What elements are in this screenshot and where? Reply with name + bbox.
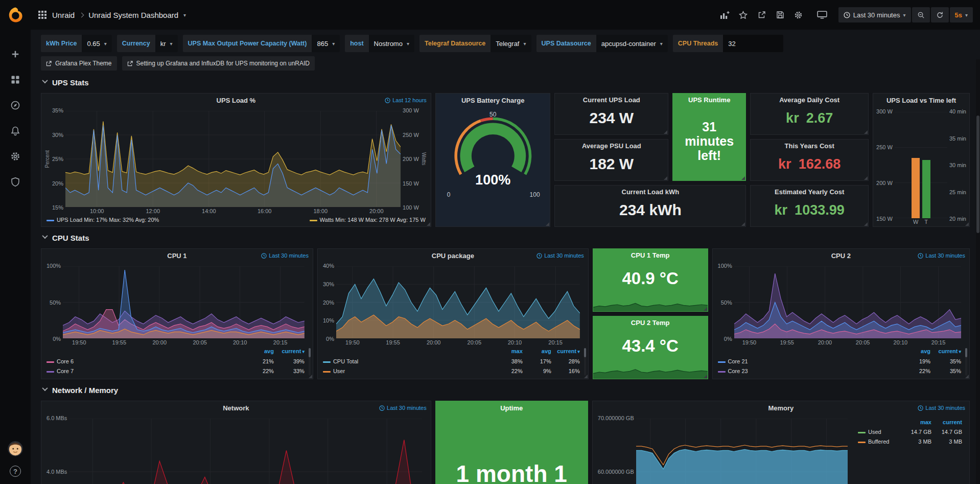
panel-current-ups-load: Current UPS Load 234 W — [554, 93, 668, 135]
variable-value-dropdown[interactable]: Telegraf — [491, 35, 531, 52]
legend-column-sorted[interactable]: current — [551, 347, 580, 357]
variable-value-dropdown[interactable]: apcupsd-container — [596, 35, 668, 52]
dashboard-switcher-caret-icon[interactable] — [183, 12, 186, 18]
legend-header: avg current — [718, 347, 961, 357]
help-button[interactable] — [10, 466, 21, 477]
refresh-interval-select[interactable]: 5s — [950, 7, 973, 22]
caret-down-icon — [170, 41, 173, 47]
time-range-picker[interactable]: Last 30 minutes — [838, 7, 911, 22]
legend-column[interactable]: max — [494, 347, 523, 357]
variable-value-input[interactable]: 32 — [723, 35, 783, 52]
legend-scrollbar[interactable] — [965, 348, 967, 376]
dashboard-title[interactable]: Unraid System Dashboard — [88, 11, 178, 19]
add-panel-button[interactable] — [718, 8, 732, 22]
section-cpu-stats[interactable]: CPU Stats — [41, 230, 970, 245]
panel-title[interactable]: UPS Load % — [217, 97, 256, 104]
breadcrumb-root[interactable]: Unraid — [52, 11, 75, 19]
variable-cpu-threads: CPU Threads 32 — [673, 35, 784, 52]
page-scrollbar[interactable] — [976, 59, 980, 484]
axis-tick: 35% — [52, 107, 63, 113]
bar-T[interactable] — [922, 160, 930, 218]
save-dashboard-button[interactable] — [773, 8, 787, 22]
panel-title[interactable]: Memory — [768, 404, 794, 412]
panel-time-override: Last 30 minutes — [918, 401, 965, 414]
y-axis-ticks-right: 300 W250 W200 W150 W100 W — [403, 107, 419, 211]
panel-title[interactable]: Network — [223, 404, 249, 412]
legend-series-name[interactable]: Buffered — [858, 437, 901, 447]
chart-plot[interactable] — [65, 111, 401, 207]
refresh-button[interactable] — [931, 7, 949, 22]
panel-title[interactable]: CPU 2 — [831, 252, 851, 260]
user-avatar[interactable] — [8, 441, 23, 456]
legend-series-name[interactable]: Core 23 — [718, 366, 900, 376]
sidebar-item-alerting[interactable] — [9, 125, 21, 137]
legend-series-name[interactable]: Core 6 — [46, 357, 243, 366]
chart-plot[interactable] — [336, 266, 580, 338]
share-dashboard-button[interactable] — [755, 8, 769, 22]
legend-column[interactable]: max — [901, 418, 931, 427]
link-grafana-plex-theme[interactable]: Grafana Plex Theme — [41, 56, 117, 71]
panel-title[interactable]: UPS Battery Charge — [461, 97, 525, 104]
axis-tick: 50% — [50, 299, 61, 306]
legend-series-name[interactable]: User — [323, 366, 494, 376]
legend-item[interactable]: Watts Min: 148 W Max: 278 W Avg: 175 W — [310, 217, 426, 223]
legend-value: 33% — [274, 366, 305, 376]
x-axis-ticks: 19:5019:5520:0020:0520:1020:15 — [336, 338, 580, 347]
sidebar-item-server-admin[interactable] — [9, 176, 21, 188]
chart-plot[interactable] — [69, 419, 422, 484]
sidebar-item-dashboards[interactable] — [9, 74, 21, 86]
grafana-logo[interactable] — [7, 0, 24, 30]
scrollbar-thumb[interactable] — [976, 116, 979, 233]
chevron-down-icon — [42, 78, 48, 83]
ups-stats-row: UPS Load % Last 12 hours Percent 35%30%2… — [41, 93, 970, 227]
legend-series-name[interactable]: Used — [858, 427, 901, 437]
legend-column-sorted[interactable]: current — [274, 347, 305, 357]
chart-plot[interactable] — [895, 112, 947, 218]
variable-value-dropdown[interactable]: kr — [155, 35, 178, 52]
legend-scrollbar[interactable] — [309, 348, 311, 376]
y-axis-ticks-left: 100%50%0% — [46, 263, 61, 342]
link-ups-monitoring-guide[interactable]: Setting up Grafana and InfluxDB for UPS … — [122, 56, 315, 71]
panel-title[interactable]: Uptime — [500, 404, 523, 412]
cycle-view-mode-button[interactable] — [815, 8, 829, 22]
legend-scrollbar[interactable] — [584, 348, 586, 376]
legend-header: max current — [858, 418, 962, 427]
legend-value: 19% — [900, 357, 930, 366]
sidebar-item-create[interactable] — [9, 48, 21, 60]
variable-currency: Currency kr — [117, 35, 178, 52]
panel-title[interactable]: CPU 1 — [167, 252, 186, 260]
section-title: Network / Memory — [52, 386, 118, 395]
legend-row: User 22% 9% 16% — [323, 366, 580, 376]
zoom-out-button[interactable] — [912, 7, 930, 22]
apps-grid-icon[interactable] — [38, 10, 47, 19]
chart-svg — [336, 266, 580, 338]
variable-value-dropdown[interactable]: Nostromo — [369, 35, 414, 52]
mark-favorite-button[interactable] — [736, 8, 751, 22]
legend-series-name[interactable]: Core 7 — [46, 366, 243, 376]
legend-column[interactable]: current — [931, 418, 962, 427]
legend-series-name[interactable]: CPU Total — [323, 357, 494, 366]
legend-column[interactable]: avg — [243, 347, 274, 357]
dashboard-settings-button[interactable] — [791, 8, 806, 22]
panel-legend: avg current Core 21 19% 35% Core 23 22% … — [713, 347, 969, 379]
section-ups-stats[interactable]: UPS Stats — [41, 75, 970, 90]
variable-value-dropdown[interactable]: 865 — [312, 35, 340, 52]
chart-plot[interactable] — [63, 266, 305, 338]
legend-column[interactable]: avg — [900, 347, 930, 357]
panel-header: UPS Load % Last 12 hours — [41, 94, 431, 107]
variable-value-dropdown[interactable]: 0.65 — [82, 35, 111, 52]
legend-column-sorted[interactable]: current — [930, 347, 961, 357]
bar-W[interactable] — [912, 158, 920, 218]
battery-gauge: 100% 0 50 100 — [443, 113, 543, 222]
zoom-out-icon — [917, 11, 925, 19]
legend-column[interactable]: avg — [523, 347, 551, 357]
chart-plot[interactable] — [734, 266, 961, 338]
sidebar-item-explore[interactable] — [9, 99, 21, 111]
legend-series-name[interactable]: Core 21 — [718, 357, 900, 366]
chart-plot[interactable] — [636, 419, 848, 484]
section-network-memory[interactable]: Network / Memory — [41, 382, 970, 398]
panel-title[interactable]: CPU package — [432, 252, 474, 260]
legend-item[interactable]: UPS Load Min: 17% Max: 32% Avg: 20% — [46, 217, 159, 223]
sidebar-item-configuration[interactable] — [9, 150, 21, 163]
panel-title[interactable]: UPS Load vs Time left — [886, 97, 956, 104]
